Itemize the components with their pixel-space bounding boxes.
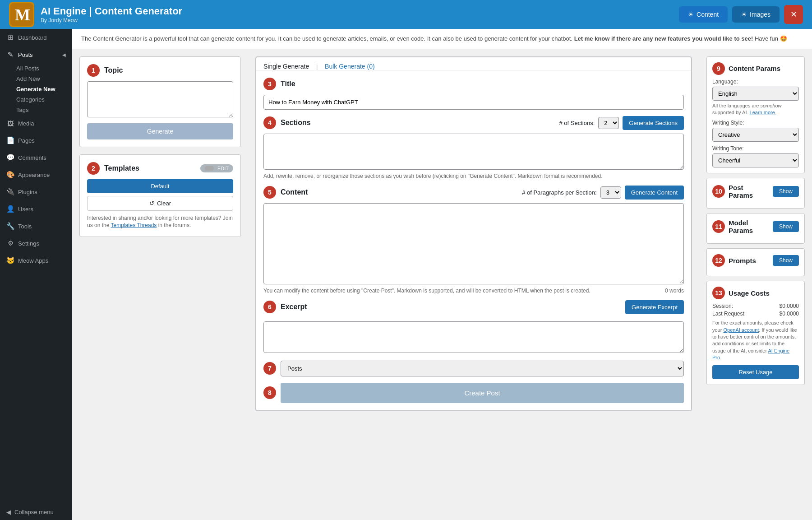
logo-area: M AI Engine | Content Generator By Jordy… <box>9 2 182 27</box>
default-template-btn[interactable]: Default <box>87 179 233 193</box>
settings-icon: ⚙ <box>6 239 14 247</box>
title-section: 3 Title <box>263 78 684 110</box>
left-panel: 1 Topic Generate 2 Templat <box>72 49 248 520</box>
single-generate-label: Single Generate <box>263 63 309 70</box>
title-input[interactable] <box>263 95 684 110</box>
content-tab-btn[interactable]: ☀ Content <box>679 6 728 23</box>
learn-more-link[interactable]: Learn more. <box>750 110 776 115</box>
post-params-show-btn[interactable]: Show <box>773 186 799 197</box>
generate-content-btn[interactable]: Generate Content <box>625 186 684 200</box>
word-count: 0 words <box>665 288 684 294</box>
sidebar-item-comments[interactable]: 💬 Comments <box>0 149 72 166</box>
content-section: 5 Content # of Paragraphs per Section: 3… <box>263 186 684 294</box>
sidebar-label-plugins: Plugins <box>18 189 37 195</box>
sidebar-item-generate-new[interactable]: Generate New <box>0 84 72 94</box>
templates-note-end: in the forums. <box>157 222 191 228</box>
sidebar-item-all-posts[interactable]: All Posts <box>0 63 72 74</box>
templates-thread-link[interactable]: Templates Threads <box>111 222 157 228</box>
prompts-show-label: Show <box>779 257 793 264</box>
topic-section-header: 1 Topic <box>87 64 233 77</box>
tab-separator: | <box>316 63 318 70</box>
model-params-header: 11 Model Params Show <box>712 219 799 234</box>
sidebar-label-meow-apps: Meow Apps <box>18 257 48 264</box>
collapse-menu-btn[interactable]: ◀ Collapse menu <box>0 504 72 520</box>
openai-account-link[interactable]: OpenAI account <box>723 327 759 333</box>
single-generate-tab[interactable]: Single Generate <box>263 61 311 72</box>
num-sections-select[interactable]: 2 3 4 5 <box>598 117 619 129</box>
generate-sections-btn[interactable]: Generate Sections <box>623 116 684 130</box>
sidebar-item-settings[interactable]: ⚙ Settings <box>0 235 72 252</box>
sidebar-item-tools[interactable]: 🔧 Tools <box>0 218 72 235</box>
prompts-header: 12 Prompts Show <box>712 254 799 267</box>
excerpt-textarea[interactable] <box>263 321 684 353</box>
sidebar-item-posts[interactable]: ✎ Posts ◀ <box>0 46 72 63</box>
images-tab-btn[interactable]: ☀ Images <box>732 6 780 23</box>
prompts-number: 12 <box>712 254 725 267</box>
sidebar-item-appearance[interactable]: 🎨 Appearance <box>0 166 72 183</box>
users-icon: 👤 <box>6 205 14 213</box>
sidebar-label-pages: Pages <box>18 137 35 144</box>
sidebar-item-categories[interactable]: Categories <box>0 94 72 105</box>
sidebar-item-dashboard[interactable]: ⊞ Dashboard <box>0 29 72 46</box>
writing-style-select[interactable]: Creative Formal Casual Technical <box>712 128 799 142</box>
sidebar-item-add-new[interactable]: Add New <box>0 74 72 84</box>
post-type-select[interactable]: Posts Pages <box>281 361 684 376</box>
sidebar-item-users[interactable]: 👤 Users <box>0 200 72 218</box>
generate-form-content: 3 Title 4 Sections <box>256 70 692 411</box>
info-text-end: Have fun 🤩 <box>753 35 787 42</box>
prompts-show-btn[interactable]: Show <box>773 255 799 266</box>
num-paragraphs-select[interactable]: 3 2 4 5 <box>600 186 621 199</box>
post-params-card: 10 Post Params Show <box>706 178 805 209</box>
generate-excerpt-btn[interactable]: Generate Excerpt <box>625 300 684 314</box>
clear-template-btn[interactable]: ↺ Clear <box>87 196 233 211</box>
generate-label: Generate <box>147 128 173 135</box>
sidebar-label-users: Users <box>18 206 33 213</box>
sidebar-item-tags[interactable]: Tags <box>0 105 72 115</box>
templates-header: 2 Templates EDIT <box>87 162 233 175</box>
writing-tone-select[interactable]: Cheerful Neutral Serious Humorous <box>712 153 799 167</box>
create-post-btn[interactable]: Create Post <box>281 383 684 403</box>
model-params-show-btn[interactable]: Show <box>773 221 799 232</box>
topic-number: 1 <box>87 64 100 77</box>
usage-costs-card: 13 Usage Costs Session: $0.0000 Last Req… <box>706 281 805 385</box>
title-label: Title <box>281 80 295 88</box>
sections-textarea[interactable] <box>263 134 684 170</box>
images-icon: ☀ <box>741 11 747 18</box>
main-columns: 1 Topic Generate 2 Templat <box>72 49 812 520</box>
content-number: 5 <box>263 186 276 199</box>
sidebar-label-tools: Tools <box>18 223 32 230</box>
post-type-number: 7 <box>263 362 276 375</box>
dashboard-icon: ⊞ <box>6 33 14 42</box>
generate-excerpt-label: Generate Excerpt <box>632 304 678 311</box>
generate-button[interactable]: Generate <box>87 123 233 139</box>
app-logo: M <box>9 2 34 27</box>
writing-style-group: Writing Style: Creative Formal Casual Te… <box>712 120 799 142</box>
sections-controls: # of Sections: 2 3 4 5 Gene <box>559 116 684 130</box>
clear-label: Clear <box>157 200 171 207</box>
sidebar-label-dashboard: Dashboard <box>18 34 47 41</box>
topic-input[interactable] <box>87 81 233 117</box>
usage-costs-number: 13 <box>712 287 725 299</box>
title-section-header: 3 Title <box>263 78 684 90</box>
close-button[interactable]: ✕ <box>784 5 803 24</box>
close-icon: ✕ <box>790 9 797 19</box>
generate-tabs: Single Generate | Bulk Generate (0) <box>256 57 692 70</box>
language-select[interactable]: English French Spanish German <box>712 87 799 101</box>
templates-edit-toggle[interactable]: EDIT <box>200 164 233 172</box>
meow-apps-icon: 🐱 <box>6 256 14 265</box>
model-params-title: Model Params <box>729 219 769 234</box>
toggle-icon <box>205 166 214 171</box>
sidebar-item-meow-apps[interactable]: 🐱 Meow Apps <box>0 252 72 269</box>
num-paragraphs-label: # of Paragraphs per Section: <box>522 189 597 196</box>
sidebar-item-pages[interactable]: 📄 Pages <box>0 132 72 149</box>
plugins-icon: 🔌 <box>6 188 14 196</box>
templates-title: Templates <box>104 164 139 172</box>
writing-style-label: Writing Style: <box>712 120 799 126</box>
reset-usage-btn[interactable]: Reset Usage <box>712 365 799 379</box>
bulk-generate-tab[interactable]: Bulk Generate (0) <box>325 61 375 72</box>
content-params-title: Content Params <box>729 65 780 72</box>
sidebar-item-media[interactable]: 🖼 Media <box>0 115 72 132</box>
post-params-number: 10 <box>712 185 725 198</box>
sidebar-item-plugins[interactable]: 🔌 Plugins <box>0 183 72 200</box>
content-textarea[interactable] <box>263 203 684 284</box>
